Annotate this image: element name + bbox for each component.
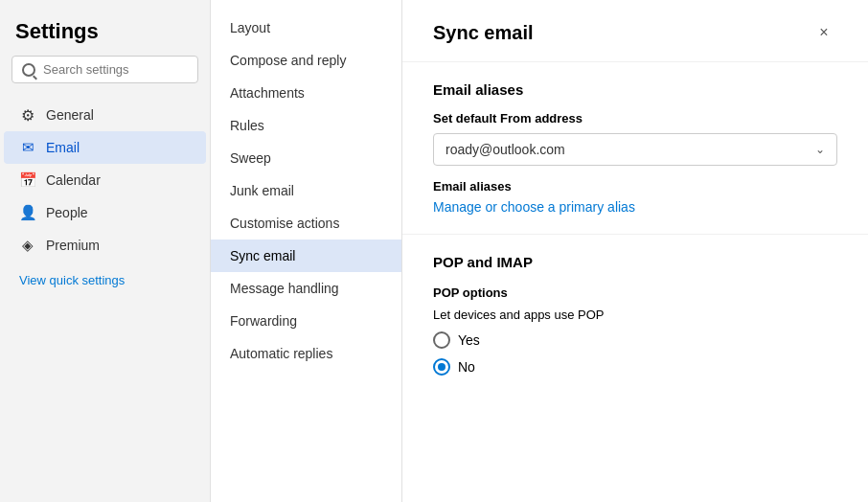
mid-nav-customise[interactable]: Customise actions — [211, 207, 401, 240]
envelope-icon: ✉ — [19, 139, 36, 156]
sidebar-item-label: General — [46, 107, 94, 123]
mid-nav-forwarding[interactable]: Forwarding — [211, 305, 401, 337]
sidebar-item-label: People — [46, 205, 88, 220]
diamond-icon: ◈ — [19, 237, 36, 254]
from-address-dropdown[interactable]: roady@outlook.com ⌄ — [433, 133, 837, 166]
sidebar-item-premium[interactable]: ◈ Premium — [4, 229, 206, 262]
search-box[interactable] — [11, 56, 198, 83]
search-icon — [22, 63, 35, 77]
pop-option-no[interactable]: No — [433, 358, 837, 376]
sidebar-item-people[interactable]: 👤 People — [4, 196, 206, 229]
pop-options-label: POP options — [433, 285, 837, 300]
from-field-label: Set default From address — [433, 111, 837, 126]
sidebar: Settings ⚙ General ✉ Email 📅 Calendar 👤 … — [0, 0, 211, 502]
search-input[interactable] — [43, 62, 204, 77]
radio-no-label: No — [458, 359, 475, 375]
close-button[interactable]: × — [811, 19, 837, 46]
mid-nav-rules[interactable]: Rules — [211, 109, 401, 142]
aliases-sub-label: Email aliases — [433, 179, 837, 194]
pop-imap-section: POP and IMAP POP options Let devices and… — [402, 235, 868, 395]
people-icon: 👤 — [19, 204, 36, 221]
radio-yes-label: Yes — [458, 332, 480, 348]
chevron-down-icon: ⌄ — [815, 143, 825, 156]
mid-nav-attachments[interactable]: Attachments — [211, 77, 401, 109]
manage-alias-link[interactable]: Manage or choose a primary alias — [433, 199, 635, 215]
main-content: Sync email × Email aliases Set default F… — [402, 0, 868, 502]
app-title: Settings — [0, 15, 210, 56]
radio-yes-circle[interactable] — [433, 331, 450, 349]
panel-title: Sync email — [433, 22, 534, 44]
mid-nav: Layout Compose and reply Attachments Rul… — [211, 0, 402, 502]
sidebar-item-general[interactable]: ⚙ General — [4, 99, 206, 131]
mid-nav-layout[interactable]: Layout — [211, 11, 401, 44]
panel-header: Sync email × — [402, 0, 868, 62]
from-address-value: roady@outlook.com — [445, 142, 565, 157]
mid-nav-message[interactable]: Message handling — [211, 272, 401, 305]
sidebar-item-label: Premium — [46, 238, 100, 253]
pop-sub-label: Let devices and apps use POP — [433, 308, 837, 322]
pop-radio-group: Yes No — [433, 331, 837, 376]
gear-icon: ⚙ — [19, 106, 36, 124]
sidebar-item-email[interactable]: ✉ Email — [4, 131, 206, 164]
mid-nav-replies[interactable]: Automatic replies — [211, 337, 401, 370]
sidebar-item-calendar[interactable]: 📅 Calendar — [4, 164, 206, 196]
mid-nav-junk[interactable]: Junk email — [211, 174, 401, 207]
sidebar-item-label: Calendar — [46, 172, 101, 188]
email-aliases-title: Email aliases — [433, 81, 837, 98]
email-aliases-section: Email aliases Set default From address r… — [402, 62, 868, 235]
sidebar-item-label: Email — [46, 140, 80, 155]
pop-option-yes[interactable]: Yes — [433, 331, 837, 349]
view-quick-settings-link[interactable]: View quick settings — [4, 265, 210, 295]
pop-imap-title: POP and IMAP — [433, 254, 837, 270]
calendar-icon: 📅 — [19, 171, 36, 189]
mid-nav-sweep[interactable]: Sweep — [211, 142, 401, 174]
mid-nav-sync[interactable]: Sync email — [211, 240, 401, 272]
mid-nav-compose[interactable]: Compose and reply — [211, 44, 401, 77]
radio-no-circle[interactable] — [433, 358, 450, 376]
